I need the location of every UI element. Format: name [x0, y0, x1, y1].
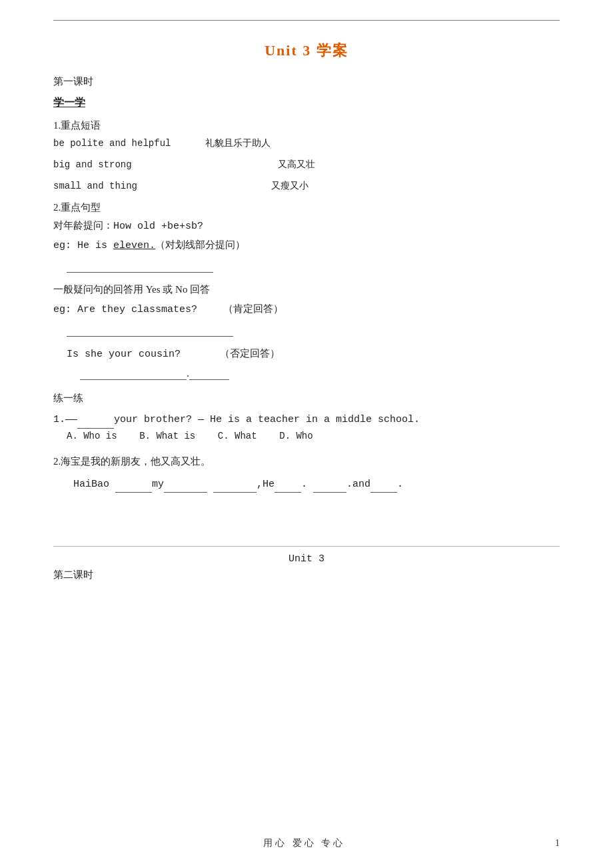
- practice-section: 练一练 1.——your brother? — He is a teacher …: [53, 392, 560, 493]
- blank-line-3b: [189, 367, 229, 380]
- vocab-chinese-1: 礼貌且乐于助人: [205, 138, 271, 148]
- blank-line-3a: [80, 367, 187, 380]
- options-line-1: A. Who is B. What is C. What D. Who: [67, 429, 560, 445]
- eg3-line: Is she your cousin? （否定回答）: [53, 347, 560, 360]
- vocab-english-3: small and thing: [53, 181, 200, 191]
- blank-line-2: [67, 323, 233, 337]
- footer-slogan: 用心 爱心 专心: [53, 837, 555, 849]
- section1-label: 第一课时: [53, 75, 560, 88]
- subsection1-title: 1.重点短语: [53, 119, 560, 132]
- bottom-area: Unit 3 第二课时: [53, 546, 560, 581]
- vocab-item-1: be polite and helpful 礼貌且乐于助人: [53, 137, 560, 149]
- practice-item-2: 2.海宝是我的新朋友，他又高又壮。 HaiBao my ,He. .and.: [53, 453, 560, 493]
- eg1-underline: eleven.: [113, 240, 155, 251]
- haibao-line: HaiBao my ,He. .and.: [73, 476, 560, 493]
- section1-heading: 学一学: [53, 96, 560, 110]
- footer: 用心 爱心 专心 1: [0, 837, 613, 849]
- eg1-line: eg: He is eleven.（对划线部分提问）: [53, 239, 560, 251]
- blank-line-1: [67, 259, 213, 273]
- page-container: Unit 3 学案 第一课时 学一学 1.重点短语 be polite and …: [0, 0, 613, 632]
- vocab-item-2: big and strong 又高又壮: [53, 159, 560, 171]
- fill-blank-2f[interactable]: [370, 492, 397, 493]
- vocab-chinese-3: 又瘦又小: [271, 181, 308, 191]
- top-divider: [53, 20, 560, 21]
- grammar1: 对年龄提问：How old +be+sb?: [53, 219, 560, 232]
- section2-label: 第二课时: [53, 569, 560, 581]
- vocab-english-2: big and strong: [53, 159, 200, 170]
- note1: 一般疑问句的回答用 Yes 或 No 回答: [53, 283, 560, 296]
- fill-blank-2a[interactable]: [115, 492, 152, 493]
- bottom-separator: [53, 546, 560, 547]
- fill-blank-2d[interactable]: [275, 492, 301, 493]
- fill-blank-2e[interactable]: [313, 492, 346, 493]
- unit3-bottom-label: Unit 3: [53, 553, 560, 565]
- practice-item-1: 1.——your brother? — He is a teacher in a…: [53, 411, 560, 444]
- vocab-item-3: small and thing 又瘦又小: [53, 180, 560, 192]
- vocab-english-1: be polite and helpful: [53, 138, 200, 149]
- page-title: Unit 3 学案: [53, 41, 560, 61]
- vocab-chinese-2: 又高又壮: [278, 159, 315, 169]
- fill-blank-2c[interactable]: [213, 492, 257, 493]
- eg2-line: eg: Are they classmates? （肯定回答）: [53, 303, 560, 315]
- footer-page-number: 1: [555, 838, 560, 849]
- practice-title: 练一练: [53, 392, 560, 405]
- fill-blank-2b[interactable]: [164, 492, 207, 493]
- blank-line-3-container: .: [80, 367, 560, 380]
- subsection2-title: 2.重点句型: [53, 201, 560, 214]
